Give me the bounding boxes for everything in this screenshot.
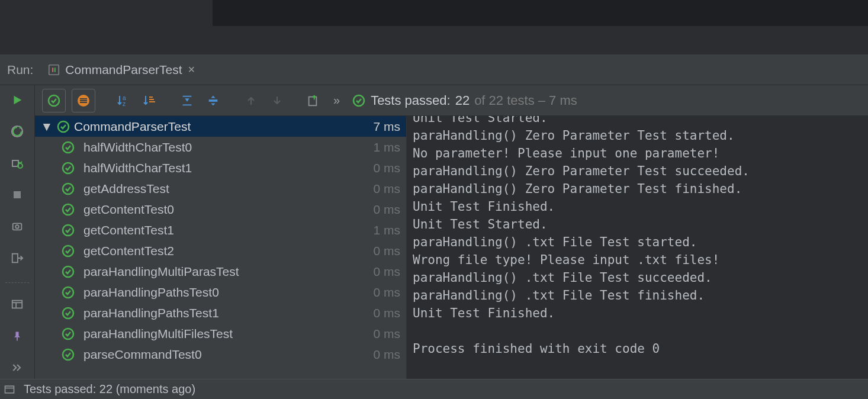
pass-icon <box>61 285 75 300</box>
test-node-time: 0 ms <box>373 244 400 258</box>
svg-rect-1 <box>53 67 54 72</box>
run-label: Run: <box>6 63 33 77</box>
svg-rect-9 <box>12 254 18 263</box>
ignored-icon <box>76 94 91 108</box>
sort-alphabetically-button[interactable]: az <box>113 91 133 111</box>
test-node[interactable]: paraHandlingMultiFilesTest0 ms <box>35 323 406 344</box>
run-body: ▼ CommandParserTest 7 ms halfWidthCharTe… <box>34 116 868 379</box>
test-node[interactable]: halfWidthCharTest10 ms <box>35 157 406 178</box>
pass-icon <box>47 94 61 108</box>
pass-icon <box>61 265 75 279</box>
svg-rect-28 <box>309 96 317 105</box>
pass-icon <box>352 94 366 108</box>
layout-button[interactable] <box>6 294 28 316</box>
toggle-auto-test-button[interactable] <box>6 120 28 142</box>
test-summary: Tests passed: 22 of 22 tests – 7 ms <box>352 93 577 108</box>
run-config-tab[interactable]: CommandParserTest × <box>41 54 201 85</box>
test-root-node[interactable]: ▼ CommandParserTest 7 ms <box>35 116 406 137</box>
stop-button[interactable] <box>6 184 28 205</box>
editor-top-bar-active-region <box>0 0 213 26</box>
console-output[interactable]: Unit Test Started. paraHandling() Zero P… <box>406 116 868 379</box>
svg-rect-10 <box>12 301 22 308</box>
more-toolbar-button[interactable]: » <box>333 94 340 107</box>
more-gutter-button[interactable] <box>6 357 28 379</box>
test-node-time: 0 ms <box>373 182 400 196</box>
test-node[interactable]: paraHandlingPathsTest10 ms <box>35 303 406 323</box>
pass-icon <box>61 244 75 258</box>
test-node[interactable]: getAddressTest0 ms <box>35 178 406 199</box>
svg-rect-2 <box>54 67 56 72</box>
rerun-button[interactable] <box>6 89 28 111</box>
test-node-time: 0 ms <box>373 161 400 175</box>
pass-icon <box>61 306 75 320</box>
pass-icon <box>61 327 75 341</box>
close-tab-icon[interactable]: × <box>187 63 195 76</box>
svg-rect-42 <box>5 386 14 393</box>
test-node-label: getContentTest0 <box>80 202 373 217</box>
run-tab-strip: Run: CommandParserTest × <box>0 54 868 85</box>
show-passed-toggle[interactable] <box>42 89 66 112</box>
test-node[interactable]: getContentTest20 ms <box>35 240 406 261</box>
test-node-label: getAddressTest <box>80 182 373 196</box>
test-node[interactable]: getContentTest00 ms <box>35 199 406 220</box>
export-results-button[interactable] <box>303 91 323 111</box>
next-failed-button[interactable] <box>267 91 287 111</box>
test-node-time: 0 ms <box>373 306 400 320</box>
expand-all-button[interactable] <box>177 91 197 111</box>
svg-point-8 <box>15 226 19 229</box>
run-panel-main: az » Tests passed: 22 of 22 tests – 7 ms <box>0 85 868 379</box>
test-node-label: halfWidthCharTest1 <box>80 161 373 175</box>
gutter-divider <box>5 282 29 283</box>
collapse-all-button[interactable] <box>203 91 223 111</box>
test-node-label: paraHandlingMultiParasTest <box>80 265 373 279</box>
pass-icon <box>56 120 70 134</box>
pass-icon <box>61 140 75 155</box>
test-node-time: 0 ms <box>373 265 400 279</box>
rerun-failed-button[interactable] <box>6 152 28 174</box>
test-root-label: CommandParserTest <box>70 120 373 134</box>
test-node[interactable]: parseCommandTest00 ms <box>35 344 406 365</box>
test-node-time: 0 ms <box>373 347 400 362</box>
svg-text:z: z <box>123 101 126 107</box>
test-node-time: 1 ms <box>373 223 400 237</box>
test-node-time: 0 ms <box>373 285 400 300</box>
prev-failed-button[interactable] <box>241 91 261 111</box>
editor-blank-strip <box>0 27 868 54</box>
test-node[interactable]: paraHandlingPathsTest00 ms <box>35 282 406 303</box>
pass-icon <box>61 223 75 237</box>
test-node-label: paraHandlingPathsTest0 <box>80 285 373 300</box>
test-tree[interactable]: ▼ CommandParserTest 7 ms halfWidthCharTe… <box>34 116 406 379</box>
run-config-icon <box>47 63 60 76</box>
run-config-title: CommandParserTest <box>65 63 182 77</box>
pass-icon <box>61 347 75 362</box>
test-node-label: halfWidthCharTest0 <box>80 140 373 155</box>
test-node-label: paraHandlingPathsTest1 <box>80 306 373 320</box>
test-node[interactable]: halfWidthCharTest01 ms <box>35 137 406 157</box>
test-node[interactable]: paraHandlingMultiParasTest0 ms <box>35 261 406 282</box>
dump-threads-button[interactable] <box>6 215 28 237</box>
test-node[interactable]: getContentTest11 ms <box>35 220 406 240</box>
pass-icon <box>61 202 75 217</box>
pass-icon <box>61 182 75 196</box>
test-node-time: 1 ms <box>373 140 400 155</box>
run-gutter <box>0 85 34 379</box>
run-centre-column: az » Tests passed: 22 of 22 tests – 7 ms <box>34 85 868 379</box>
pin-button[interactable] <box>6 325 28 347</box>
status-text: Tests passed: 22 (moments ago) <box>24 382 195 396</box>
test-root-time: 7 ms <box>373 120 400 134</box>
test-node-label: parseCommandTest0 <box>80 347 373 362</box>
svg-rect-6 <box>14 191 21 198</box>
exit-button[interactable] <box>6 247 28 269</box>
show-ignored-toggle[interactable] <box>72 89 95 112</box>
expand-icon[interactable]: ▼ <box>41 120 53 134</box>
summary-prefix: Tests passed: <box>371 93 451 108</box>
summary-count: 22 <box>455 93 470 108</box>
status-layout-icon[interactable] <box>4 384 15 395</box>
test-node-time: 0 ms <box>373 327 400 341</box>
svg-rect-0 <box>49 65 59 75</box>
pass-icon <box>61 161 75 175</box>
test-toolbar: az » Tests passed: 22 of 22 tests – 7 ms <box>34 85 868 116</box>
test-node-label: paraHandlingMultiFilesTest <box>80 327 373 341</box>
sort-by-duration-button[interactable] <box>139 91 159 111</box>
test-node-time: 0 ms <box>373 202 400 217</box>
